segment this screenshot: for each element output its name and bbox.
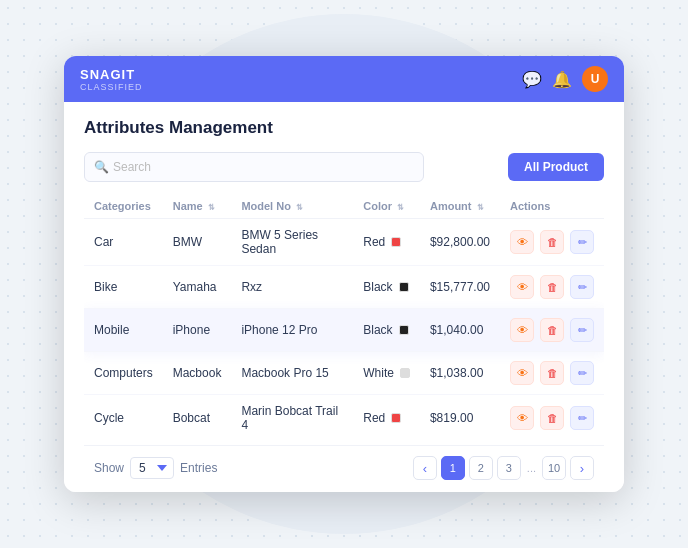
- cell-name: BMW: [163, 219, 232, 266]
- cell-color: White: [353, 352, 420, 395]
- col-amount: Amount ⇅: [420, 194, 500, 219]
- edit-button[interactable]: ✏: [570, 361, 594, 385]
- app-subtitle: CLASSIFIED: [80, 82, 143, 92]
- view-button[interactable]: 👁: [510, 230, 534, 254]
- col-actions: Actions: [500, 194, 604, 219]
- titlebar-icons: 💬 🔔 U: [522, 66, 608, 92]
- toolbar: 🔍 All Product: [84, 152, 604, 182]
- attributes-table: Categories Name ⇅ Model No ⇅ Color ⇅: [84, 194, 604, 441]
- page-title: Attributes Management: [84, 118, 604, 138]
- delete-button[interactable]: 🗑: [540, 230, 564, 254]
- cell-name: Yamaha: [163, 266, 232, 309]
- cell-amount: $92,800.00: [420, 219, 500, 266]
- cell-name: Macbook: [163, 352, 232, 395]
- cell-name: iPhone: [163, 309, 232, 352]
- entries-label: Entries: [180, 461, 217, 475]
- color-swatch: [399, 325, 409, 335]
- view-button[interactable]: 👁: [510, 361, 534, 385]
- table-header-row: Categories Name ⇅ Model No ⇅ Color ⇅: [84, 194, 604, 219]
- show-label: Show: [94, 461, 124, 475]
- cell-model: BMW 5 Series Sedan: [231, 219, 353, 266]
- edit-button[interactable]: ✏: [570, 230, 594, 254]
- delete-button[interactable]: 🗑: [540, 406, 564, 430]
- cell-category: Mobile: [84, 309, 163, 352]
- sort-color-icon[interactable]: ⇅: [397, 203, 404, 212]
- sort-name-icon[interactable]: ⇅: [208, 203, 215, 212]
- view-button[interactable]: 👁: [510, 406, 534, 430]
- all-product-button[interactable]: All Product: [508, 153, 604, 181]
- sort-amount-icon[interactable]: ⇅: [477, 203, 484, 212]
- search-input[interactable]: [84, 152, 424, 182]
- col-color: Color ⇅: [353, 194, 420, 219]
- page-ellipsis: ...: [525, 462, 538, 474]
- pagination-bar: Show 5 10 25 50 Entries ‹123...10›: [84, 445, 604, 492]
- page-button-3[interactable]: 3: [497, 456, 521, 480]
- col-category: Categories: [84, 194, 163, 219]
- view-button[interactable]: 👁: [510, 275, 534, 299]
- color-swatch: [399, 282, 409, 292]
- edit-button[interactable]: ✏: [570, 406, 594, 430]
- cell-color: Black: [353, 266, 420, 309]
- cell-category: Bike: [84, 266, 163, 309]
- cell-category: Computers: [84, 352, 163, 395]
- table-wrapper: Categories Name ⇅ Model No ⇅ Color ⇅: [84, 194, 604, 441]
- table-row: Computers Macbook Macbook Pro 15 White $…: [84, 352, 604, 395]
- page-button-1[interactable]: 1: [441, 456, 465, 480]
- search-wrapper: 🔍: [84, 152, 424, 182]
- cell-amount: $1,038.00: [420, 352, 500, 395]
- table-row: Bike Yamaha Rxz Black $15,777.00 👁 🗑 ✏: [84, 266, 604, 309]
- cell-name: Bobcat: [163, 395, 232, 442]
- app-logo: SNAGIT CLASSIFIED: [80, 67, 143, 92]
- table-row: Mobile iPhone iPhone 12 Pro Black $1,040…: [84, 309, 604, 352]
- color-swatch: [391, 237, 401, 247]
- page-button-2[interactable]: 2: [469, 456, 493, 480]
- color-swatch: [391, 413, 401, 423]
- page-button-10[interactable]: 10: [542, 456, 566, 480]
- edit-button[interactable]: ✏: [570, 275, 594, 299]
- cell-amount: $1,040.00: [420, 309, 500, 352]
- app-name: SNAGIT: [80, 67, 143, 82]
- cell-actions: 👁 🗑 ✏: [500, 266, 604, 309]
- delete-button[interactable]: 🗑: [540, 318, 564, 342]
- show-entries: Show 5 10 25 50 Entries: [94, 457, 217, 479]
- search-icon: 🔍: [94, 160, 109, 174]
- view-button[interactable]: 👁: [510, 318, 534, 342]
- color-swatch: [400, 368, 410, 378]
- cell-actions: 👁 🗑 ✏: [500, 395, 604, 442]
- cell-actions: 👁 🗑 ✏: [500, 309, 604, 352]
- cell-color: Black: [353, 309, 420, 352]
- cell-model: Macbook Pro 15: [231, 352, 353, 395]
- chat-icon[interactable]: 💬: [522, 70, 542, 89]
- col-model: Model No ⇅: [231, 194, 353, 219]
- cell-model: Marin Bobcat Trail 4: [231, 395, 353, 442]
- cell-category: Car: [84, 219, 163, 266]
- delete-button[interactable]: 🗑: [540, 361, 564, 385]
- bell-icon[interactable]: 🔔: [552, 70, 572, 89]
- cell-model: iPhone 12 Pro: [231, 309, 353, 352]
- pagination-pages: ‹123...10›: [413, 456, 594, 480]
- cell-category: Cycle: [84, 395, 163, 442]
- avatar[interactable]: U: [582, 66, 608, 92]
- titlebar: SNAGIT CLASSIFIED 💬 🔔 U: [64, 56, 624, 102]
- cell-color: Red: [353, 395, 420, 442]
- content-area: Attributes Management 🔍 All Product Cate…: [64, 102, 624, 492]
- app-window: SNAGIT CLASSIFIED 💬 🔔 U Attributes Manag…: [64, 56, 624, 492]
- cell-amount: $15,777.00: [420, 266, 500, 309]
- delete-button[interactable]: 🗑: [540, 275, 564, 299]
- table-row: Cycle Bobcat Marin Bobcat Trail 4 Red $8…: [84, 395, 604, 442]
- cell-color: Red: [353, 219, 420, 266]
- cell-model: Rxz: [231, 266, 353, 309]
- prev-page-button[interactable]: ‹: [413, 456, 437, 480]
- cell-actions: 👁 🗑 ✏: [500, 352, 604, 395]
- sort-model-icon[interactable]: ⇅: [296, 203, 303, 212]
- table-row: Car BMW BMW 5 Series Sedan Red $92,800.0…: [84, 219, 604, 266]
- entries-select[interactable]: 5 10 25 50: [130, 457, 174, 479]
- edit-button[interactable]: ✏: [570, 318, 594, 342]
- cell-actions: 👁 🗑 ✏: [500, 219, 604, 266]
- col-name: Name ⇅: [163, 194, 232, 219]
- cell-amount: $819.00: [420, 395, 500, 442]
- next-page-button[interactable]: ›: [570, 456, 594, 480]
